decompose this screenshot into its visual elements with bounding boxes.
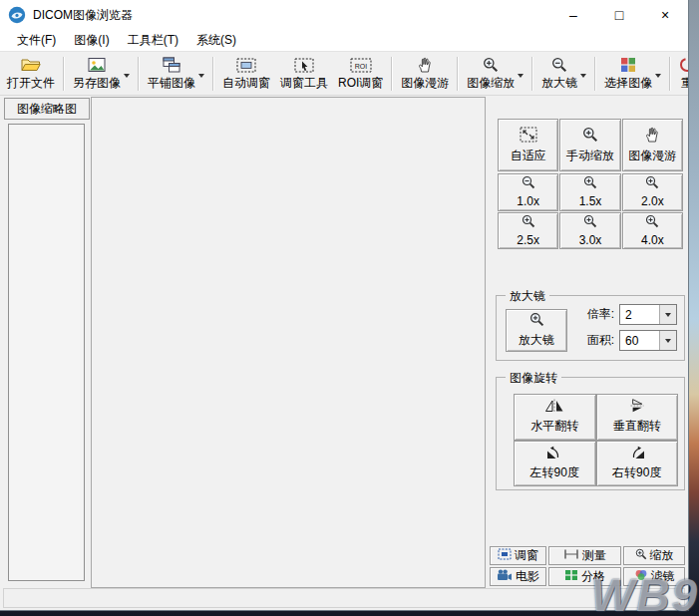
- main-toolbar: 打开文件 另存图像 平铺图像 自动调窗: [0, 52, 688, 96]
- magnifier-icon: [551, 56, 567, 73]
- measure-icon: [563, 548, 579, 563]
- ratio-label: 倍率:: [587, 306, 614, 323]
- zoom-2x-button[interactable]: 2.0x: [622, 173, 683, 211]
- toggle-cine[interactable]: 电影: [490, 567, 546, 586]
- chevron-down-icon[interactable]: [655, 67, 661, 81]
- pan-button[interactable]: 图像漫游: [622, 119, 683, 171]
- magnifier-icon: [583, 175, 597, 192]
- magnifier-icon: [645, 175, 659, 192]
- menu-toolbar[interactable]: 工具栏(T): [119, 30, 187, 51]
- menu-image[interactable]: 图像(I): [65, 30, 118, 51]
- manual-zoom-icon: [582, 127, 598, 146]
- tile-images-icon: [163, 56, 180, 73]
- magnifier-icon: [522, 214, 535, 231]
- manual-zoom-button[interactable]: 手动缩放: [559, 119, 620, 171]
- menu-system[interactable]: 系统(S): [187, 30, 245, 51]
- window-level-icon: [498, 548, 512, 563]
- toolbar-save-image-button[interactable]: 另存图像: [68, 54, 135, 94]
- save-image-icon: [88, 56, 106, 73]
- fit-button[interactable]: 自适应: [498, 119, 558, 171]
- app-logo-icon: [8, 6, 26, 24]
- window-title: DICOM图像浏览器: [33, 7, 133, 24]
- zoom-toggle-icon: [635, 548, 647, 563]
- zoom-1.5x-button[interactable]: 1.5x: [559, 173, 620, 211]
- toolbar-separator: [457, 57, 459, 91]
- reset-icon: [679, 56, 688, 73]
- flip-vertical-button[interactable]: 垂直翻转: [596, 394, 679, 441]
- toolbar-separator: [212, 57, 214, 91]
- toolbar-tile-image-button[interactable]: 平铺图像: [143, 54, 209, 94]
- toggle-window-level[interactable]: 调窗: [490, 546, 546, 565]
- rotate-right-90-button[interactable]: 右转90度: [596, 441, 679, 487]
- tab-thumbnails[interactable]: 图像缩略图: [4, 98, 90, 120]
- chevron-down-icon[interactable]: [198, 67, 204, 81]
- toggle-measure[interactable]: 测量: [548, 546, 621, 565]
- status-bar: [3, 588, 685, 608]
- window-controls: – □ ×: [550, 0, 688, 30]
- flip-horizontal-icon: [544, 399, 564, 416]
- menu-bar: 文件(F) 图像(I) 工具栏(T) 系统(S): [0, 30, 688, 52]
- toolbar-reset-button[interactable]: 重: [674, 54, 688, 94]
- zoom-2.5x-button[interactable]: 2.5x: [498, 212, 558, 250]
- pan-hand-icon: [418, 56, 432, 73]
- magnifier-icon: [645, 214, 659, 231]
- pan-hand-icon: [645, 127, 659, 146]
- ratio-combobox[interactable]: 2: [619, 304, 677, 325]
- image-canvas[interactable]: [91, 97, 486, 588]
- toolbar-pan-button[interactable]: 图像漫游: [396, 54, 454, 94]
- rotate-right-icon: [628, 446, 646, 462]
- cine-icon: [497, 569, 513, 584]
- chevron-down-icon[interactable]: [659, 331, 676, 350]
- chevron-down-icon[interactable]: [659, 305, 676, 324]
- rotation-group-title: 图像旋转: [506, 370, 561, 387]
- title-bar: DICOM图像浏览器 – □ ×: [0, 0, 688, 30]
- toolbar-separator: [63, 57, 65, 91]
- area-label: 面积:: [587, 332, 614, 349]
- toolbar-separator: [138, 57, 140, 91]
- magnifier-icon: [583, 214, 597, 231]
- area-combobox[interactable]: 60: [619, 330, 677, 351]
- magnifier-icon: [522, 175, 535, 192]
- chevron-down-icon[interactable]: [124, 67, 130, 81]
- chevron-down-icon[interactable]: [518, 67, 524, 81]
- close-button[interactable]: ×: [642, 0, 688, 30]
- watermark-text: WB9: [591, 568, 699, 616]
- maximize-button[interactable]: □: [596, 0, 642, 30]
- toolbar-window-tool-button[interactable]: 调窗工具: [275, 54, 333, 94]
- zoom-3x-button[interactable]: 3.0x: [559, 212, 620, 250]
- toolbar-zoom-button[interactable]: 图像缩放: [462, 54, 528, 94]
- app-window: DICOM图像浏览器 – □ × 文件(F) 图像(I) 工具栏(T) 系统(S…: [0, 0, 689, 611]
- menu-file[interactable]: 文件(F): [8, 30, 65, 51]
- toolbar-auto-window-button[interactable]: 自动调窗: [217, 54, 275, 94]
- flip-horizontal-button[interactable]: 水平翻转: [514, 394, 596, 441]
- toolbar-roi-window-button[interactable]: ROI调窗: [333, 54, 388, 94]
- toolbar-open-file-button[interactable]: 打开文件: [2, 54, 60, 94]
- zoom-4x-button[interactable]: 4.0x: [622, 212, 683, 250]
- rotation-group: 图像旋转 水平翻转 垂直翻转 左转90度 右转90度: [496, 377, 685, 490]
- thumbnail-list[interactable]: [8, 124, 85, 581]
- chevron-down-icon[interactable]: [580, 67, 586, 81]
- flip-vertical-icon: [629, 399, 645, 416]
- minimize-button[interactable]: –: [550, 0, 596, 30]
- toolbar-separator: [669, 57, 671, 91]
- magnifier-button[interactable]: 放大镜: [506, 309, 567, 352]
- toolbar-separator: [531, 57, 533, 91]
- view-mode-buttons: 自适应 手动缩放 图像漫游: [498, 119, 683, 171]
- toolbar-magnifier-button[interactable]: 放大镜: [536, 54, 591, 94]
- toolbar-select-image-button[interactable]: 选择图像: [599, 54, 666, 94]
- toolbar-separator: [391, 57, 393, 91]
- select-image-icon: [620, 56, 636, 73]
- auto-window-icon: [236, 56, 256, 73]
- zoom-icon: [483, 56, 499, 73]
- rotate-left-icon: [545, 446, 563, 462]
- fit-icon: [520, 127, 537, 146]
- magnifier-group: 放大镜 放大镜 倍率: 2 面积: 60: [496, 295, 685, 361]
- window-tool-icon: [294, 56, 314, 73]
- open-file-icon: [21, 56, 41, 73]
- rotate-left-90-button[interactable]: 左转90度: [514, 441, 596, 487]
- zoom-1x-button[interactable]: 1.0x: [498, 173, 558, 211]
- toggle-zoom[interactable]: 缩放: [623, 546, 685, 565]
- toolbar-separator: [594, 57, 596, 91]
- grid-icon: [564, 569, 578, 584]
- zoom-preset-buttons: 1.0x 1.5x 2.0x 2.5x 3.0x 4.0x: [498, 173, 683, 249]
